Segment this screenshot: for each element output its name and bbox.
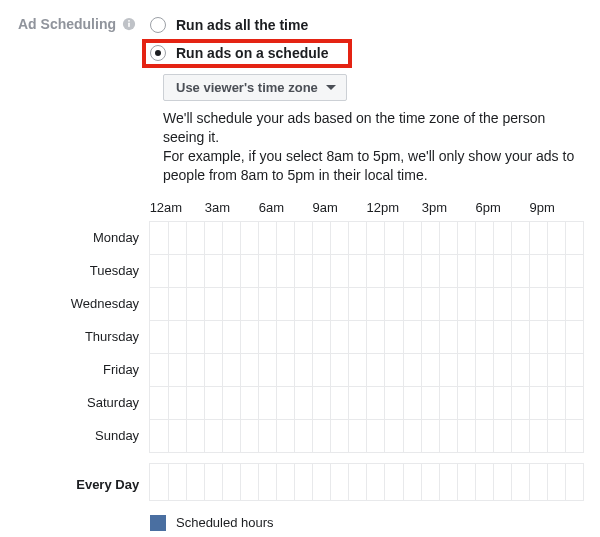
schedule-cell[interactable] xyxy=(512,419,530,452)
schedule-cell[interactable] xyxy=(530,287,548,320)
schedule-cell[interactable] xyxy=(476,386,494,419)
schedule-cell[interactable] xyxy=(476,287,494,320)
schedule-cell[interactable] xyxy=(259,287,277,320)
schedule-cell[interactable] xyxy=(186,320,204,353)
schedule-cell[interactable] xyxy=(565,320,583,353)
schedule-cell[interactable] xyxy=(367,254,385,287)
schedule-cell[interactable] xyxy=(367,287,385,320)
schedule-cell[interactable] xyxy=(440,320,458,353)
schedule-cell[interactable] xyxy=(440,353,458,386)
schedule-cell[interactable] xyxy=(367,221,385,254)
schedule-cell[interactable] xyxy=(476,463,494,500)
schedule-cell[interactable] xyxy=(241,419,259,452)
timezone-dropdown[interactable]: Use viewer's time zone xyxy=(163,74,347,101)
schedule-cell[interactable] xyxy=(440,287,458,320)
schedule-cell[interactable] xyxy=(150,287,168,320)
schedule-cell[interactable] xyxy=(547,287,565,320)
schedule-cell[interactable] xyxy=(295,386,313,419)
schedule-cell[interactable] xyxy=(186,419,204,452)
schedule-cell[interactable] xyxy=(313,320,331,353)
schedule-cell[interactable] xyxy=(223,320,241,353)
schedule-cell[interactable] xyxy=(277,386,295,419)
schedule-cell[interactable] xyxy=(512,254,530,287)
schedule-cell[interactable] xyxy=(186,254,204,287)
schedule-cell[interactable] xyxy=(565,463,583,500)
schedule-cell[interactable] xyxy=(331,254,349,287)
schedule-cell[interactable] xyxy=(385,254,403,287)
schedule-cell[interactable] xyxy=(205,353,223,386)
schedule-cell[interactable] xyxy=(403,386,421,419)
schedule-cell[interactable] xyxy=(313,287,331,320)
schedule-cell[interactable] xyxy=(458,287,476,320)
schedule-cell[interactable] xyxy=(150,463,168,500)
schedule-cell[interactable] xyxy=(530,221,548,254)
schedule-cell[interactable] xyxy=(331,419,349,452)
schedule-cell[interactable] xyxy=(168,463,186,500)
schedule-cell[interactable] xyxy=(150,386,168,419)
schedule-cell[interactable] xyxy=(476,221,494,254)
schedule-cell[interactable] xyxy=(241,254,259,287)
schedule-cell[interactable] xyxy=(168,353,186,386)
schedule-cell[interactable] xyxy=(223,287,241,320)
schedule-cell[interactable] xyxy=(277,353,295,386)
schedule-cell[interactable] xyxy=(259,221,277,254)
schedule-cell[interactable] xyxy=(565,419,583,452)
schedule-cell[interactable] xyxy=(530,419,548,452)
schedule-cell[interactable] xyxy=(349,386,367,419)
schedule-cell[interactable] xyxy=(295,419,313,452)
schedule-cell[interactable] xyxy=(530,320,548,353)
schedule-cell[interactable] xyxy=(277,221,295,254)
schedule-cell[interactable] xyxy=(422,386,440,419)
schedule-cell[interactable] xyxy=(349,320,367,353)
schedule-cell[interactable] xyxy=(547,419,565,452)
schedule-cell[interactable] xyxy=(512,386,530,419)
schedule-cell[interactable] xyxy=(403,254,421,287)
schedule-cell[interactable] xyxy=(313,353,331,386)
schedule-cell[interactable] xyxy=(205,386,223,419)
schedule-cell[interactable] xyxy=(385,353,403,386)
schedule-cell[interactable] xyxy=(223,463,241,500)
schedule-cell[interactable] xyxy=(403,419,421,452)
schedule-cell[interactable] xyxy=(277,320,295,353)
schedule-cell[interactable] xyxy=(168,419,186,452)
schedule-cell[interactable] xyxy=(565,254,583,287)
schedule-cell[interactable] xyxy=(494,353,512,386)
schedule-cell[interactable] xyxy=(385,221,403,254)
schedule-cell[interactable] xyxy=(223,353,241,386)
schedule-cell[interactable] xyxy=(476,419,494,452)
schedule-cell[interactable] xyxy=(547,254,565,287)
schedule-cell[interactable] xyxy=(331,287,349,320)
schedule-cell[interactable] xyxy=(295,254,313,287)
schedule-cell[interactable] xyxy=(295,320,313,353)
schedule-cell[interactable] xyxy=(259,320,277,353)
schedule-cell[interactable] xyxy=(422,287,440,320)
schedule-cell[interactable] xyxy=(168,287,186,320)
schedule-cell[interactable] xyxy=(349,463,367,500)
schedule-cell[interactable] xyxy=(186,463,204,500)
schedule-cell[interactable] xyxy=(440,386,458,419)
schedule-cell[interactable] xyxy=(349,254,367,287)
schedule-cell[interactable] xyxy=(223,254,241,287)
schedule-cell[interactable] xyxy=(277,419,295,452)
schedule-cell[interactable] xyxy=(241,386,259,419)
schedule-cell[interactable] xyxy=(367,353,385,386)
schedule-cell[interactable] xyxy=(476,353,494,386)
schedule-cell[interactable] xyxy=(530,386,548,419)
schedule-cell[interactable] xyxy=(168,320,186,353)
schedule-cell[interactable] xyxy=(295,287,313,320)
schedule-cell[interactable] xyxy=(547,463,565,500)
schedule-cell[interactable] xyxy=(440,463,458,500)
schedule-cell[interactable] xyxy=(440,221,458,254)
schedule-cell[interactable] xyxy=(530,254,548,287)
schedule-cell[interactable] xyxy=(422,320,440,353)
schedule-cell[interactable] xyxy=(241,221,259,254)
schedule-cell[interactable] xyxy=(277,463,295,500)
schedule-cell[interactable] xyxy=(295,221,313,254)
schedule-cell[interactable] xyxy=(313,254,331,287)
schedule-cell[interactable] xyxy=(295,353,313,386)
schedule-cell[interactable] xyxy=(259,353,277,386)
schedule-cell[interactable] xyxy=(565,386,583,419)
schedule-cell[interactable] xyxy=(367,463,385,500)
schedule-cell[interactable] xyxy=(186,353,204,386)
schedule-cell[interactable] xyxy=(403,320,421,353)
